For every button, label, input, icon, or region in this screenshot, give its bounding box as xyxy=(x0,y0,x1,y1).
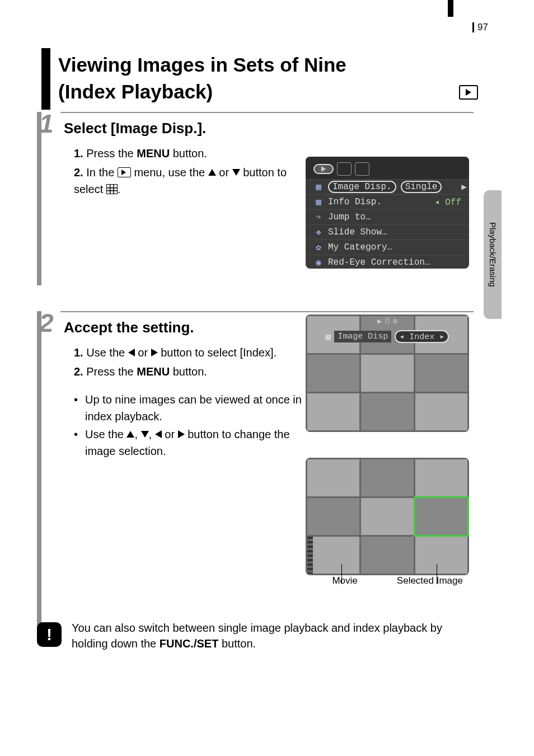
step2-sub2-b: button. xyxy=(170,365,207,378)
menu-my-category: ✿My Category… xyxy=(306,240,469,255)
step2-sub1-c: button to select [Index]. xyxy=(158,346,277,359)
heading-line-2: (Index Playback) xyxy=(58,78,483,105)
step1-sub1-a: Press the xyxy=(86,147,137,159)
shot2-label: Image Disp xyxy=(334,331,391,342)
menu-image-disp: ▦ Image Disp. Single ▶ xyxy=(306,179,469,194)
bullet-2b: , xyxy=(134,428,140,440)
bullet-dot: • xyxy=(74,426,85,459)
menu-image-disp-value: Single xyxy=(401,181,442,193)
callout-selected-image: Selected Image xyxy=(391,575,469,586)
menu-info-disp-label: Info Disp. xyxy=(328,197,382,207)
step1-sub1-b: button. xyxy=(170,147,207,159)
step1-sub2-num: 2. xyxy=(74,166,83,179)
up-arrow-icon xyxy=(208,169,216,176)
step1-sub2-e: . xyxy=(118,183,121,195)
movie-filmstrip-icon xyxy=(307,537,313,574)
setup-tab-icon xyxy=(355,162,369,176)
index-grid-icon xyxy=(106,184,118,194)
step1-sub2-a: In the xyxy=(86,166,118,179)
bullet-2a: Use the xyxy=(85,428,127,440)
shot2-value: ◂ Index ▸ xyxy=(395,330,449,343)
note-text-b: button. xyxy=(218,637,256,650)
step1-sub1-bold: MENU xyxy=(137,147,170,159)
menu-info-disp: ▦ Info Disp. ◂ Off xyxy=(306,194,469,209)
bullet-2c: , xyxy=(149,428,155,440)
step2-sub2-bold: MENU xyxy=(137,365,170,378)
menu-red-eye: ◉Red-Eye Correction… xyxy=(306,255,469,269)
camera-screenshot-menu: ▦ Image Disp. Single ▶ ▦ Info Disp. ◂ Of… xyxy=(306,157,469,269)
note-block: ! You can also switch between single ima… xyxy=(37,620,474,651)
step2-sub1-num: 1. xyxy=(74,346,83,359)
crop-mark xyxy=(448,0,453,17)
selected-thumbnail xyxy=(415,498,467,535)
playback-tab-icon xyxy=(313,164,334,174)
heading-line-1: Viewing Images in Sets of Nine xyxy=(58,51,483,78)
section-tab-label: Playback/Erasing xyxy=(488,222,498,287)
step2-sub1-b: or xyxy=(135,346,151,359)
right-arrow-icon xyxy=(151,349,158,356)
step-number-2: 2 xyxy=(39,308,54,338)
up-arrow-icon xyxy=(127,431,134,438)
menu-jump-to: ↷Jump to… xyxy=(306,209,469,224)
down-arrow-icon xyxy=(232,169,240,176)
step1-sub2-c: or xyxy=(216,166,232,179)
step-number-1: 1 xyxy=(39,109,54,139)
bullet-dot: • xyxy=(74,391,85,425)
step1-sub2-b: menu, use the xyxy=(131,166,208,179)
section-tab: Playback/Erasing xyxy=(484,190,502,319)
left-arrow-icon xyxy=(155,430,162,438)
print-tab-icon xyxy=(337,162,352,176)
step2-sub1-a: Use the xyxy=(86,346,128,359)
page-heading: Viewing Images in Sets of Nine (Index Pl… xyxy=(41,48,483,110)
step2-sub2-num: 2. xyxy=(74,365,83,378)
caution-icon: ! xyxy=(37,622,62,647)
step2-sub2-a: Press the xyxy=(86,365,137,378)
left-arrow-icon xyxy=(128,349,135,356)
camera-screenshot-index-grid xyxy=(306,458,469,575)
bullet-2d: or xyxy=(162,428,178,440)
playback-mode-icon xyxy=(459,85,478,100)
right-arrow-icon xyxy=(178,430,185,438)
page-number: 97 xyxy=(472,22,488,32)
step-1-title: Select [Image Disp.]. xyxy=(64,120,474,137)
menu-image-disp-label: Image Disp. xyxy=(328,181,396,193)
note-text-a: You can also switch between single image… xyxy=(72,622,442,650)
down-arrow-icon xyxy=(141,431,149,438)
menu-slide-show: ❖Slide Show… xyxy=(306,224,469,240)
bullet-1: Up to nine images can be viewed at once … xyxy=(85,391,320,425)
menu-info-disp-value: ◂ Off xyxy=(434,196,461,208)
camera-screenshot-index-select: ▶⎙⚙ ▦ Image Disp ◂ Index ▸ xyxy=(306,314,469,432)
playback-menu-icon xyxy=(118,167,131,177)
callout-movie: Movie xyxy=(306,575,384,586)
step1-sub1-num: 1. xyxy=(74,147,83,159)
note-text-bold: FUNC./SET xyxy=(160,637,219,650)
